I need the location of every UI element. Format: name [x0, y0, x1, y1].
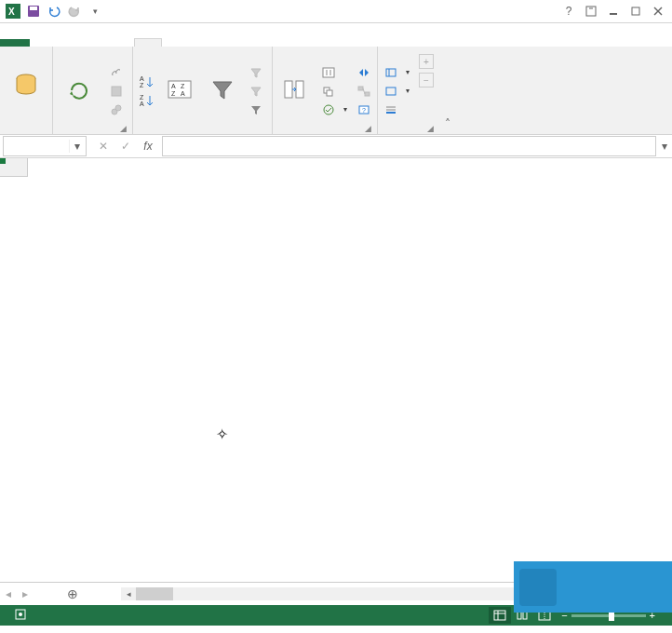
advanced-filter-button[interactable] — [247, 101, 268, 118]
cursor-cross-icon: ✧ — [216, 425, 228, 443]
svg-rect-35 — [386, 88, 396, 95]
scroll-left-icon[interactable]: ◂ — [121, 587, 136, 600]
normal-view-icon[interactable] — [489, 607, 511, 624]
expand-formula-icon[interactable]: ▾ — [655, 136, 672, 156]
svg-text:A: A — [181, 90, 185, 97]
name-box-input[interactable] — [4, 140, 69, 153]
zoom-slider[interactable] — [571, 614, 646, 617]
watermark — [514, 561, 672, 613]
get-external-data-button[interactable] — [4, 49, 48, 121]
flash-fill-button[interactable] — [319, 64, 349, 81]
sort-za-button[interactable]: ZA — [137, 92, 155, 109]
reapply-icon — [249, 84, 263, 99]
column-headers — [28, 158, 672, 177]
tab-layout[interactable] — [82, 39, 108, 47]
cancel-formula-icon[interactable]: ✕ — [93, 137, 114, 155]
tab-file[interactable] — [0, 39, 30, 47]
relations-button[interactable] — [355, 83, 373, 100]
refresh-all-button[interactable] — [57, 49, 101, 132]
create-group-button[interactable]: ▾ — [382, 64, 411, 81]
svg-rect-6 — [632, 7, 639, 15]
name-box[interactable]: ▾ — [3, 136, 87, 156]
svg-rect-3 — [30, 7, 37, 10]
tab-review[interactable] — [162, 39, 188, 47]
properties-icon — [109, 84, 124, 99]
svg-point-40 — [19, 613, 22, 616]
svg-rect-29 — [365, 92, 370, 96]
fx-icon[interactable]: fx — [138, 137, 158, 155]
properties-button[interactable] — [107, 83, 128, 100]
dialog-launcher-icon[interactable]: ◢ — [427, 124, 434, 133]
svg-point-27 — [324, 105, 333, 114]
save-icon[interactable] — [25, 3, 42, 20]
group-external-data — [0, 47, 53, 134]
minus-detail-icon: − — [419, 73, 434, 88]
group-outline: ▾ ▾ + − ◢ — [378, 47, 439, 134]
show-detail-button[interactable]: + — [417, 53, 436, 70]
svg-rect-28 — [358, 87, 363, 90]
what-if-button[interactable]: ? — [355, 101, 373, 118]
macro-record-icon[interactable] — [15, 609, 26, 622]
consolidate-button[interactable] — [355, 64, 373, 81]
watermark-logo — [519, 569, 557, 606]
reapply-button[interactable] — [247, 83, 268, 100]
fill-handle[interactable] — [0, 158, 6, 164]
subtotal-button[interactable] — [382, 101, 411, 118]
tab-home[interactable] — [30, 39, 56, 47]
dialog-launcher-icon[interactable]: ◢ — [365, 124, 371, 133]
enter-formula-icon[interactable]: ✓ — [115, 137, 136, 155]
remove-duplicates-button[interactable] — [319, 83, 349, 100]
svg-text:Z: Z — [140, 94, 144, 101]
redo-icon[interactable] — [66, 3, 83, 20]
svg-rect-45 — [523, 612, 527, 619]
maximize-icon[interactable] — [625, 2, 646, 20]
svg-rect-22 — [285, 81, 292, 98]
scroll-thumb[interactable] — [136, 587, 173, 600]
relations-icon — [356, 84, 371, 99]
svg-rect-23 — [296, 81, 303, 98]
tab-insert[interactable] — [56, 39, 82, 47]
ungroup-icon — [383, 84, 398, 99]
svg-line-30 — [363, 88, 365, 94]
filter-button[interactable] — [204, 49, 241, 132]
close-icon[interactable] — [648, 2, 668, 20]
collapse-ribbon-icon[interactable]: ˄ — [439, 47, 456, 134]
sort-button[interactable]: AZZA — [161, 49, 198, 132]
data-validation-button[interactable]: ▾ — [319, 101, 349, 118]
qat-dropdown-icon[interactable]: ▾ — [87, 3, 103, 20]
svg-rect-41 — [494, 611, 505, 620]
add-sheet-button[interactable]: ⊕ — [61, 586, 84, 601]
undo-icon[interactable] — [46, 3, 62, 20]
edit-links-button[interactable] — [107, 101, 128, 118]
sort-az-button[interactable]: AZ — [137, 74, 155, 90]
sheet-nav-next-icon[interactable]: ▸ — [17, 585, 34, 603]
connections-button[interactable] — [107, 64, 128, 81]
minimize-icon[interactable] — [603, 2, 624, 20]
consolidate-icon — [356, 65, 371, 80]
svg-text:Z: Z — [140, 82, 144, 88]
ribbon-tabs — [0, 23, 672, 47]
svg-text:A: A — [171, 83, 176, 89]
hide-detail-button[interactable]: − — [417, 72, 436, 88]
svg-point-12 — [115, 105, 121, 111]
svg-text:Z: Z — [171, 90, 176, 97]
clear-filter-button[interactable] — [247, 64, 268, 81]
help-icon[interactable]: ? — [558, 2, 579, 20]
validation-icon — [321, 102, 336, 117]
name-box-dropdown-icon[interactable]: ▾ — [69, 140, 84, 153]
text-to-columns-button[interactable] — [276, 49, 314, 132]
formula-input[interactable] — [162, 136, 655, 156]
group-connections: ◢ — [53, 47, 133, 134]
flash-fill-icon — [321, 65, 336, 80]
tab-data[interactable] — [134, 38, 162, 47]
window-controls: ? — [558, 2, 672, 20]
tab-formula[interactable] — [108, 39, 134, 47]
dialog-launcher-icon[interactable]: ◢ — [120, 124, 127, 133]
sheet-nav-prev-icon[interactable]: ◂ — [0, 585, 17, 603]
tab-view[interactable] — [188, 39, 214, 47]
database-icon — [11, 70, 41, 100]
svg-text:A: A — [140, 75, 144, 82]
edit-links-icon — [109, 102, 124, 117]
ungroup-button[interactable]: ▾ — [382, 83, 411, 100]
ribbon-options-icon[interactable] — [581, 2, 601, 20]
